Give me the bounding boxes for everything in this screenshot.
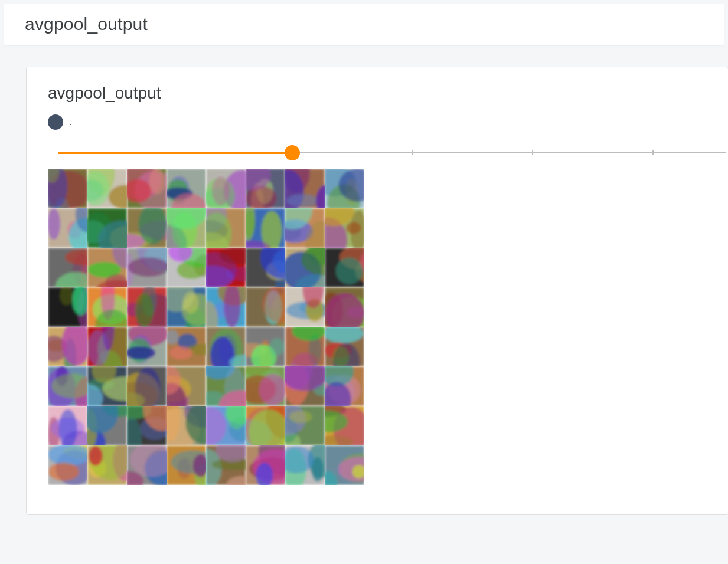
slider-tick <box>532 150 533 155</box>
image-thumbnail[interactable] <box>127 287 167 327</box>
slider-tick <box>412 150 413 155</box>
step-slider[interactable] <box>58 145 726 160</box>
image-thumbnail[interactable] <box>246 445 285 485</box>
image-thumbnail[interactable] <box>87 287 127 327</box>
svg-point-33 <box>286 194 318 207</box>
slider-track-active <box>58 152 292 154</box>
image-thumbnail[interactable] <box>325 327 364 366</box>
image-thumbnail[interactable] <box>127 327 167 366</box>
image-thumbnail[interactable] <box>48 248 87 287</box>
image-thumbnail[interactable] <box>206 406 246 445</box>
image-thumbnail[interactable] <box>285 287 325 327</box>
svg-point-134 <box>135 293 154 327</box>
image-thumbnail[interactable] <box>246 406 285 445</box>
image-thumbnail[interactable] <box>325 445 364 485</box>
image-thumbnail[interactable] <box>325 208 364 248</box>
image-thumbnail[interactable] <box>48 287 87 327</box>
image-thumbnail[interactable] <box>246 208 285 248</box>
image-card: avgpool_output . <box>26 67 728 515</box>
image-thumbnail[interactable] <box>325 406 364 445</box>
image-thumbnail[interactable] <box>246 169 285 208</box>
image-thumbnail[interactable] <box>167 169 206 208</box>
svg-point-234 <box>285 366 325 391</box>
image-thumbnail[interactable] <box>167 366 206 406</box>
image-thumbnail[interactable] <box>167 327 206 366</box>
svg-point-289 <box>89 446 103 465</box>
image-thumbnail[interactable] <box>167 406 206 445</box>
image-thumbnail[interactable] <box>127 248 167 287</box>
image-thumbnail[interactable] <box>285 248 325 287</box>
image-grid <box>48 169 364 485</box>
image-thumbnail[interactable] <box>127 445 167 485</box>
image-thumbnail[interactable] <box>87 248 127 287</box>
svg-point-24 <box>212 177 230 206</box>
slider-tick <box>652 150 654 155</box>
image-thumbnail[interactable] <box>325 287 364 327</box>
svg-point-178 <box>169 346 192 359</box>
image-thumbnail[interactable] <box>87 208 127 248</box>
svg-point-189 <box>269 338 285 356</box>
image-thumbnail[interactable] <box>246 248 285 287</box>
image-thumbnail[interactable] <box>87 169 127 208</box>
image-thumbnail[interactable] <box>206 208 246 248</box>
svg-point-79 <box>346 222 361 234</box>
image-thumbnail[interactable] <box>325 248 364 287</box>
svg-point-143 <box>224 287 240 327</box>
image-thumbnail[interactable] <box>48 366 87 406</box>
svg-point-284 <box>48 463 79 481</box>
legend-label: . <box>69 117 71 127</box>
svg-point-41 <box>48 208 60 240</box>
section-title: avgpool_output <box>25 14 724 34</box>
image-thumbnail[interactable] <box>127 208 167 248</box>
image-thumbnail[interactable] <box>167 287 206 327</box>
image-thumbnail[interactable] <box>206 169 246 208</box>
image-thumbnail[interactable] <box>285 445 325 485</box>
legend-dot-icon <box>48 114 63 130</box>
image-thumbnail[interactable] <box>167 208 206 248</box>
image-thumbnail[interactable] <box>127 406 167 445</box>
image-thumbnail[interactable] <box>206 445 246 485</box>
image-thumbnail[interactable] <box>48 208 87 248</box>
image-thumbnail[interactable] <box>285 208 325 248</box>
svg-point-274 <box>289 411 312 423</box>
image-thumbnail[interactable] <box>87 406 127 445</box>
image-thumbnail[interactable] <box>246 327 285 366</box>
image-thumbnail[interactable] <box>48 445 87 485</box>
image-thumbnail[interactable] <box>127 169 167 208</box>
svg-point-119 <box>335 258 363 284</box>
image-thumbnail[interactable] <box>246 287 285 327</box>
image-thumbnail[interactable] <box>87 445 127 485</box>
image-thumbnail[interactable] <box>206 248 246 287</box>
image-thumbnail[interactable] <box>48 406 87 445</box>
image-thumbnail[interactable] <box>127 366 167 406</box>
image-thumbnail[interactable] <box>48 327 87 366</box>
image-thumbnail[interactable] <box>285 327 325 366</box>
image-thumbnail[interactable] <box>206 366 246 406</box>
image-thumbnail[interactable] <box>285 366 325 406</box>
svg-point-14 <box>149 169 165 194</box>
image-thumbnail[interactable] <box>285 406 325 445</box>
card-title: avgpool_output <box>48 84 728 103</box>
svg-point-199 <box>332 346 349 366</box>
image-thumbnail[interactable] <box>48 169 87 208</box>
image-thumbnail[interactable] <box>87 327 127 366</box>
image-thumbnail[interactable] <box>325 366 364 406</box>
slider-thumb[interactable] <box>285 145 300 160</box>
image-thumbnail[interactable] <box>325 169 364 208</box>
image-thumbnail[interactable] <box>246 366 285 406</box>
legend-row: . <box>48 114 728 130</box>
image-thumbnail[interactable] <box>285 169 325 208</box>
section-header: avgpool_output <box>4 4 724 45</box>
image-thumbnail[interactable] <box>167 248 206 287</box>
image-thumbnail[interactable] <box>87 366 127 406</box>
image-thumbnail[interactable] <box>167 445 206 485</box>
image-thumbnail[interactable] <box>206 327 246 366</box>
image-thumbnail[interactable] <box>206 287 246 327</box>
